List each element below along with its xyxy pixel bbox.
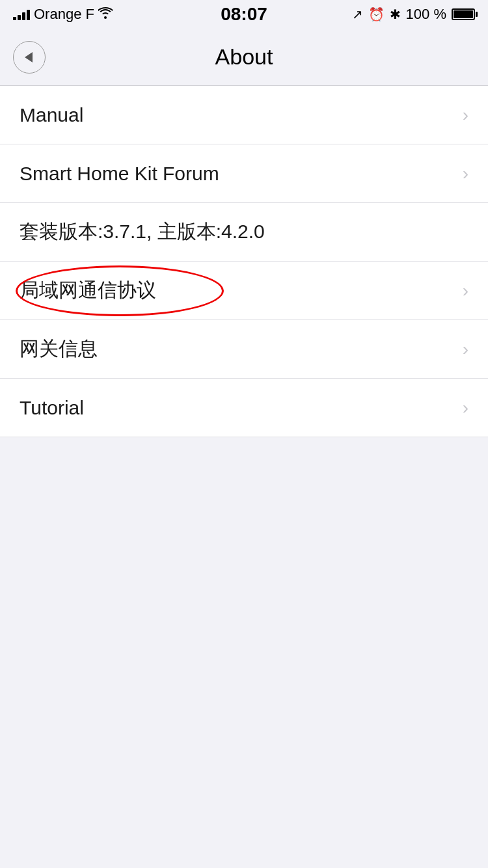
- battery-percent: 100 %: [406, 6, 446, 23]
- gateway-info-item[interactable]: 网关信息 ›: [0, 320, 488, 379]
- manual-item[interactable]: Manual ›: [0, 86, 488, 144]
- back-button[interactable]: [13, 41, 46, 74]
- gateway-info-chevron-icon: ›: [463, 339, 468, 360]
- manual-label: Manual: [20, 104, 83, 126]
- carrier-name: Orange F: [34, 6, 94, 23]
- status-time: 08:07: [221, 4, 267, 25]
- tutorial-chevron-icon: ›: [463, 398, 468, 418]
- status-left: Orange F: [13, 6, 113, 23]
- forum-chevron-icon: ›: [463, 163, 468, 184]
- page-title: About: [215, 44, 273, 70]
- manual-chevron-icon: ›: [463, 105, 468, 126]
- location-icon: ↗: [352, 7, 363, 22]
- forum-item[interactable]: Smart Home Kit Forum ›: [0, 144, 488, 203]
- version-item: 套装版本:3.7.1, 主版本:4.2.0: [0, 203, 488, 262]
- alarm-icon: ⏰: [368, 7, 385, 22]
- status-bar: Orange F 08:07 ↗ ⏰ ✱ 100 %: [0, 0, 488, 29]
- nav-header: About: [0, 29, 488, 86]
- lan-protocol-label: 局域网通信协议: [20, 277, 156, 304]
- lan-protocol-item[interactable]: 局域网通信协议 ›: [0, 262, 488, 320]
- lan-protocol-chevron-icon: ›: [463, 280, 468, 301]
- back-chevron-icon: [25, 52, 33, 62]
- tutorial-label: Tutorial: [20, 397, 84, 419]
- wifi-icon: [98, 7, 113, 22]
- signal-bars-icon: [13, 8, 30, 20]
- empty-space: [0, 437, 488, 763]
- gateway-info-label: 网关信息: [20, 336, 98, 362]
- forum-label: Smart Home Kit Forum: [20, 163, 219, 185]
- version-label: 套装版本:3.7.1, 主版本:4.2.0: [20, 219, 265, 245]
- content-area: Manual › Smart Home Kit Forum › 套装版本:3.7…: [0, 86, 488, 437]
- bluetooth-icon: ✱: [390, 7, 401, 22]
- tutorial-item[interactable]: Tutorial ›: [0, 379, 488, 437]
- battery-icon: [452, 8, 475, 20]
- status-right: ↗ ⏰ ✱ 100 %: [352, 6, 475, 23]
